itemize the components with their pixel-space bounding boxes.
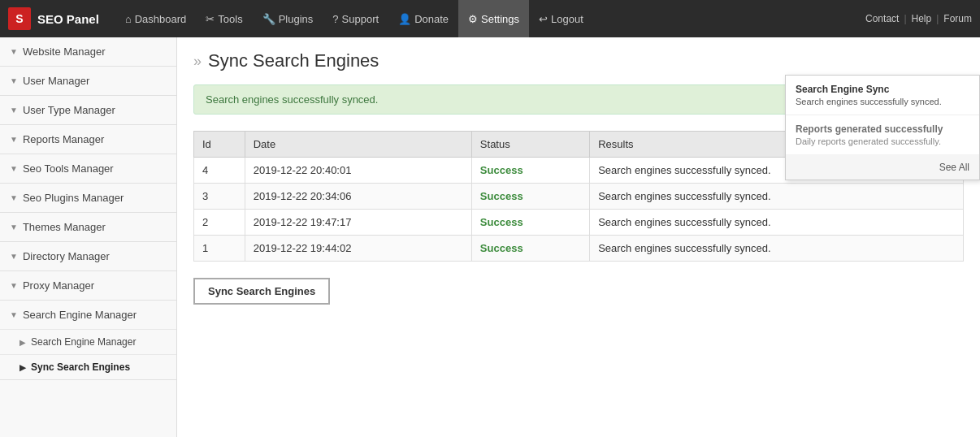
table-row: 3 2019-12-22 20:34:06 Success Search eng… — [194, 184, 964, 210]
plugins-icon: 🔧 — [262, 13, 275, 25]
sidebar-item-proxy-manager[interactable]: ▼ Proxy Manager — [0, 271, 176, 301]
sidebar-item-website-manager[interactable]: ▼ Website Manager — [0, 37, 176, 67]
nav-settings-label: Settings — [481, 13, 519, 25]
logo-text: SEO Panel — [37, 12, 99, 26]
sidebar-item-seo-tools-manager[interactable]: ▼ Seo Tools Manager — [0, 154, 176, 184]
nav-dashboard[interactable]: ⌂ Dashboard — [115, 0, 196, 37]
logout-icon: ↩ — [539, 13, 548, 25]
sidebar-sub-sync-search-engines[interactable]: ▶ Sync Search Engines — [0, 354, 176, 379]
sidebar-label-user-manager[interactable]: ▼ User Manager — [0, 67, 176, 95]
sep2: | — [936, 13, 939, 24]
notif-title-2: Reports generated successfully — [796, 123, 969, 135]
notif-body-1: Search engines successfully synced. — [796, 97, 969, 106]
col-header-date: Date — [245, 132, 471, 158]
nav-settings[interactable]: ⚙ Settings — [458, 0, 529, 37]
sidebar-text-user-type-manager: User Type Manager — [23, 104, 115, 116]
notification-dropdown: Search Engine Sync Search engines succes… — [785, 75, 980, 180]
sidebar-label-proxy-manager[interactable]: ▼ Proxy Manager — [0, 271, 176, 300]
arrow-icon: ▼ — [10, 193, 18, 202]
arrow-icon: ▼ — [10, 252, 18, 261]
cell-id: 1 — [194, 236, 245, 262]
settings-icon: ⚙ — [468, 13, 478, 25]
cell-id: 2 — [194, 210, 245, 236]
sidebar-label-directory-manager[interactable]: ▼ Directory Manager — [0, 242, 176, 270]
page-title: Sync Search Engines — [208, 50, 379, 71]
forum-link[interactable]: Forum — [943, 13, 972, 24]
cell-date: 2019-12-22 20:40:01 — [245, 158, 471, 184]
nav-tools-label: Tools — [218, 13, 242, 25]
tools-icon: ✂ — [206, 13, 215, 25]
donate-icon: 👤 — [398, 13, 411, 25]
nav-items: ⌂ Dashboard ✂ Tools 🔧 Plugins ? Support … — [115, 0, 865, 37]
arrow-icon: ▼ — [10, 135, 18, 144]
sidebar-item-user-manager[interactable]: ▼ User Manager — [0, 67, 176, 96]
arrow-icon: ▼ — [10, 310, 18, 319]
cell-date: 2019-12-22 19:44:02 — [245, 236, 471, 262]
cell-id: 4 — [194, 158, 245, 184]
cell-id: 3 — [194, 184, 245, 210]
cell-results: Search engines successfully synced. — [590, 184, 964, 210]
notif-see-all[interactable]: See All — [786, 155, 979, 180]
sidebar-text-proxy-manager: Proxy Manager — [23, 279, 94, 292]
cell-status: Success — [471, 236, 589, 262]
notif-item-1: Search Engine Sync Search engines succes… — [786, 76, 979, 115]
arrow-icon: ▼ — [10, 281, 18, 290]
sidebar-label-seo-plugins-manager[interactable]: ▼ Seo Plugins Manager — [0, 184, 176, 212]
sidebar-label-reports-manager[interactable]: ▼ Reports Manager — [0, 125, 176, 154]
nav-tools[interactable]: ✂ Tools — [196, 0, 252, 37]
arrow-icon: ▼ — [10, 76, 18, 85]
nav-plugins-label: Plugins — [279, 13, 314, 25]
help-link[interactable]: Help — [912, 13, 932, 24]
col-header-id: Id — [194, 132, 245, 158]
sidebar-label-user-type-manager[interactable]: ▼ User Type Manager — [0, 96, 176, 124]
sub-arrow-icon-active: ▶ — [20, 363, 26, 372]
sidebar-item-directory-manager[interactable]: ▼ Directory Manager — [0, 242, 176, 271]
sidebar-label-seo-tools-manager[interactable]: ▼ Seo Tools Manager — [0, 154, 176, 183]
sidebar-text-seo-plugins-manager: Seo Plugins Manager — [23, 192, 124, 204]
arrow-icon: ▼ — [10, 223, 18, 231]
sidebar-text-seo-tools-manager: Seo Tools Manager — [23, 162, 114, 175]
nav-logout[interactable]: ↩ Logout — [529, 0, 593, 37]
nav-logout-label: Logout — [551, 13, 583, 25]
arrow-icon: ▼ — [10, 106, 18, 115]
contact-link[interactable]: Contact — [865, 13, 899, 24]
top-navigation: S SEO Panel ⌂ Dashboard ✂ Tools 🔧 Plugin… — [0, 0, 980, 37]
sidebar-text-search-engine-manager: Search Engine Manager — [23, 309, 137, 321]
cell-date: 2019-12-22 20:34:06 — [245, 184, 471, 210]
nav-support[interactable]: ? Support — [323, 0, 388, 37]
notif-item-2: Reports generated successfully Daily rep… — [786, 115, 979, 155]
sidebar: ▼ Website Manager ▼ User Manager ▼ User … — [0, 37, 177, 437]
sync-search-engines-button[interactable]: Sync Search Engines — [193, 278, 330, 305]
main-content: Search Engine Sync Search engines succes… — [177, 37, 980, 437]
sidebar-label-themes-manager[interactable]: ▼ Themes Manager — [0, 213, 176, 241]
sidebar-text-user-manager: User Manager — [23, 75, 89, 87]
cell-date: 2019-12-22 19:47:17 — [245, 210, 471, 236]
col-header-status: Status — [471, 132, 589, 158]
sidebar-text-website-manager: Website Manager — [23, 45, 106, 58]
page-title-arrow-icon: » — [193, 53, 202, 70]
page-title-row: » Sync Search Engines — [193, 50, 964, 71]
sidebar-item-themes-manager[interactable]: ▼ Themes Manager — [0, 213, 176, 242]
sidebar-item-seo-plugins-manager[interactable]: ▼ Seo Plugins Manager — [0, 184, 176, 213]
sub-arrow-icon: ▶ — [20, 338, 26, 347]
sidebar-label-website-manager[interactable]: ▼ Website Manager — [0, 37, 176, 66]
nav-support-label: Support — [342, 13, 379, 25]
sidebar-label-search-engine-manager[interactable]: ▼ Search Engine Manager — [0, 301, 176, 329]
sidebar-text-reports-manager: Reports Manager — [23, 133, 104, 145]
cell-status: Success — [471, 158, 589, 184]
sidebar-item-reports-manager[interactable]: ▼ Reports Manager — [0, 125, 176, 154]
nav-donate[interactable]: 👤 Donate — [388, 0, 458, 37]
table-row: 2 2019-12-22 19:47:17 Success Search eng… — [194, 210, 964, 236]
sidebar-item-search-engine-manager[interactable]: ▼ Search Engine Manager ▶ Search Engine … — [0, 301, 176, 380]
nav-donate-label: Donate — [414, 13, 449, 25]
logo-icon: S — [8, 7, 31, 30]
table-row: 1 2019-12-22 19:44:02 Success Search eng… — [194, 236, 964, 262]
nav-plugins[interactable]: 🔧 Plugins — [253, 0, 323, 37]
sidebar-item-user-type-manager[interactable]: ▼ User Type Manager — [0, 96, 176, 125]
sidebar-sub-search-engine-manager[interactable]: ▶ Search Engine Manager — [0, 329, 176, 354]
sidebar-sub-text-search-engine-manager: Search Engine Manager — [31, 336, 136, 348]
sidebar-text-directory-manager: Directory Manager — [23, 250, 110, 262]
dashboard-icon: ⌂ — [125, 13, 132, 25]
sep1: | — [904, 13, 906, 24]
sidebar-sub-text-sync-search-engines: Sync Search Engines — [31, 361, 130, 373]
